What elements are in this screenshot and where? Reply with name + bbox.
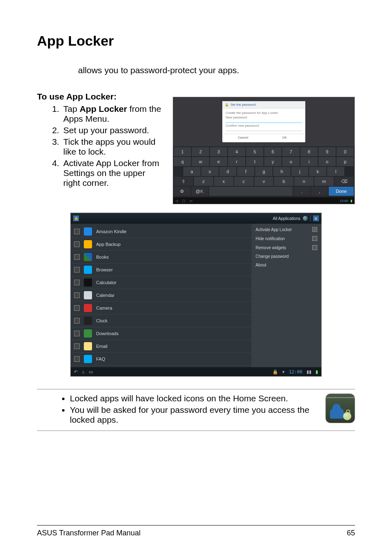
key-e[interactable]: e (210, 157, 227, 166)
key-g[interactable]: g (255, 167, 272, 176)
key-w[interactable]: w (192, 157, 209, 166)
app-row-calendar[interactable]: Calendar (71, 289, 251, 302)
lock-icon: 🔒 (225, 103, 229, 107)
key-1[interactable]: 1 (174, 147, 191, 156)
confirm-password-label: Confirm new password (226, 124, 302, 127)
menu-change-password[interactable]: Change password (256, 254, 317, 259)
key-v[interactable]: v (254, 177, 274, 186)
menu-hide-notification[interactable]: Hide notification (256, 236, 317, 241)
key-a[interactable]: a (183, 167, 201, 176)
app-name: FAQ (96, 357, 105, 361)
key-u[interactable]: u (282, 157, 300, 166)
key-h[interactable]: h (273, 167, 291, 176)
checkbox[interactable] (74, 343, 80, 349)
ok-button[interactable]: OK (264, 134, 305, 141)
key-space[interactable] (209, 187, 293, 196)
toggle[interactable] (312, 236, 317, 241)
key-symbols[interactable]: @#. (191, 187, 208, 196)
key-⇧[interactable]: ⇧ (174, 177, 193, 186)
nav-recent-icon[interactable]: ▭ (89, 369, 93, 375)
key-x[interactable]: x (214, 177, 233, 186)
battery-icon: ▮ (350, 199, 352, 203)
app-name: Books (96, 255, 109, 259)
refresh-icon[interactable] (303, 216, 308, 221)
key-q[interactable]: q (174, 157, 191, 166)
key-n[interactable]: n (294, 177, 314, 186)
key-z[interactable]: z (194, 177, 213, 186)
cancel-button[interactable]: Cancel (222, 134, 264, 141)
menu-remove-widgets[interactable]: Remove widgets (256, 245, 317, 250)
toggle[interactable]: ✓ (312, 227, 317, 232)
key-k[interactable]: k (309, 167, 326, 176)
key-8[interactable]: 8 (300, 147, 318, 156)
menu-about[interactable]: About (256, 263, 317, 267)
app-row-backup[interactable]: App Backup (71, 238, 251, 251)
app-row-email[interactable]: Email (71, 340, 251, 353)
checkbox[interactable] (74, 280, 80, 285)
nav-recent-icon[interactable]: ▭ (189, 199, 193, 203)
step-4: Activate App Locker from Settings on the… (62, 158, 164, 188)
app-row-faq[interactable]: FAQ (71, 353, 251, 366)
email-icon (84, 342, 92, 350)
key-0[interactable]: 0 (337, 147, 354, 156)
new-password-input[interactable] (226, 120, 302, 123)
step-1: Tap App Locker from the Apps Menu. (62, 104, 164, 124)
key-c[interactable]: c (234, 177, 254, 186)
key-j[interactable]: j (291, 167, 309, 176)
app-row-browser[interactable]: Browser (71, 264, 251, 276)
key-3[interactable]: 3 (210, 147, 227, 156)
checkbox[interactable] (74, 318, 80, 324)
checkbox[interactable] (74, 267, 80, 273)
app-name: Camera (96, 306, 112, 310)
key-comma[interactable]: , (311, 187, 328, 196)
checkbox[interactable] (74, 254, 80, 260)
key-l[interactable]: l (327, 167, 344, 176)
key-5[interactable]: 5 (246, 147, 263, 156)
checkbox[interactable] (74, 229, 80, 234)
app-name: Email (96, 344, 108, 349)
divider (310, 215, 311, 221)
checkbox[interactable] (74, 241, 80, 247)
key-4[interactable]: 4 (228, 147, 245, 156)
checkbox[interactable] (74, 331, 80, 336)
key-t[interactable]: t (246, 157, 263, 166)
key-done[interactable]: Done (329, 187, 354, 196)
key-7[interactable]: 7 (282, 147, 300, 156)
key-d[interactable]: d (219, 167, 237, 176)
app-row-books[interactable]: Books (71, 251, 251, 264)
menu-activate-app-locker[interactable]: Activate App Locker✓ (256, 227, 317, 232)
app-row-clock[interactable]: Clock (71, 315, 251, 327)
checkbox[interactable] (74, 356, 80, 362)
key-m[interactable]: m (314, 177, 334, 186)
key-⌫[interactable]: ⌫ (334, 177, 354, 186)
app-locker-icon: 🔒 (73, 215, 79, 221)
toggle[interactable] (312, 245, 317, 250)
key-o[interactable]: o (318, 157, 336, 166)
app-row-calc[interactable]: Calculator (71, 276, 251, 289)
key-settings[interactable]: ⚙ (174, 187, 191, 196)
key-9[interactable]: 9 (318, 147, 336, 156)
key-s[interactable]: s (201, 167, 219, 176)
confirm-password-input[interactable] (226, 128, 302, 131)
checkbox[interactable] (74, 305, 80, 311)
nav-back-icon[interactable]: ↶ (74, 369, 78, 375)
key-y[interactable]: y (264, 157, 281, 166)
app-row-camera[interactable]: Camera (71, 302, 251, 315)
downloads-icon (84, 329, 92, 338)
app-row-kindle[interactable]: Amazon Kindle (71, 225, 251, 238)
key-dot[interactable]: . (293, 187, 310, 196)
key-p[interactable]: p (337, 157, 354, 166)
key-r[interactable]: r (228, 157, 245, 166)
key-i[interactable]: i (300, 157, 318, 166)
settings-icon[interactable]: ≡ (313, 215, 319, 221)
nav-home-icon[interactable]: ⌂ (82, 369, 85, 374)
nav-back-icon[interactable]: ◁ (175, 199, 178, 203)
nav-home-icon[interactable]: ▢ (182, 199, 185, 203)
app-row-downloads[interactable]: Downloads (71, 327, 251, 340)
key-6[interactable]: 6 (264, 147, 281, 156)
checkbox[interactable] (74, 292, 80, 298)
key-2[interactable]: 2 (192, 147, 209, 156)
menu-label: Change password (256, 254, 289, 259)
key-b[interactable]: b (274, 177, 293, 186)
key-f[interactable]: f (237, 167, 254, 176)
